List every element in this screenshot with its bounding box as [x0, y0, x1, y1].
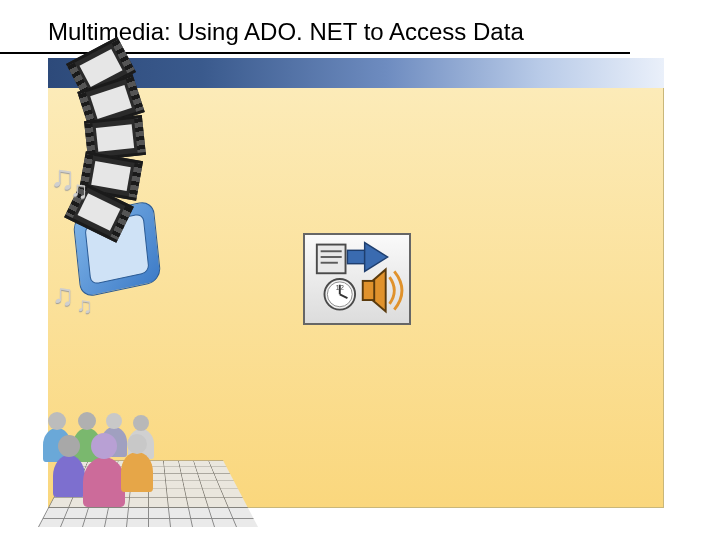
music-note-icon: ♫: [76, 293, 93, 319]
people-crowd-graphic: [43, 397, 203, 517]
music-note-icon: ♫: [52, 278, 75, 312]
svg-marker-5: [365, 243, 388, 272]
music-note-icon: ♫: [70, 176, 88, 204]
filmstrip-graphic: [78, 48, 138, 258]
header-banner: [48, 58, 664, 88]
svg-rect-7: [363, 281, 374, 300]
svg-rect-4: [347, 250, 364, 263]
slide-title: Multimedia: Using ADO. NET to Access Dat…: [0, 0, 630, 54]
svg-text:12: 12: [336, 283, 345, 292]
sidebar-illustration: ♫ ♫ ♫ ♫: [48, 88, 166, 507]
slide-content-area: ♫ ♫ ♫ ♫: [48, 88, 664, 508]
svg-rect-0: [317, 245, 346, 274]
multimedia-play-icon: 12: [305, 235, 409, 323]
multimedia-play-button[interactable]: 12: [303, 233, 411, 325]
